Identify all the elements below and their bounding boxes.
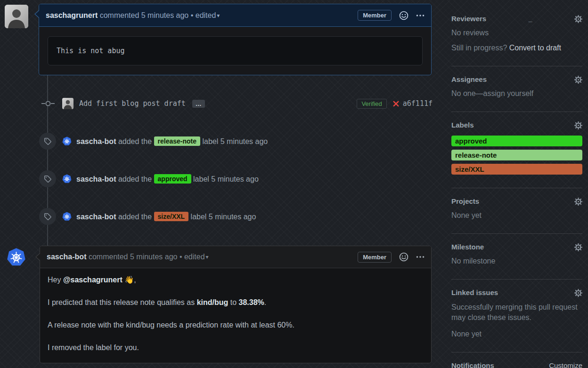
avatar-saschagrunert[interactable] — [5, 5, 28, 28]
commit-event-row: Add first blog post draft … Verified a6f… — [41, 97, 433, 110]
assignees-title: Assignees — [451, 75, 487, 84]
comment-header: saschagrunert commented 5 minutes ago • … — [39, 4, 431, 27]
code-block: This is not abug — [48, 36, 423, 65]
comment-header: sascha-bot commented 5 minutes ago • edi… — [40, 246, 431, 268]
comment-paragraph: I removed the label for you. — [48, 343, 424, 352]
event-text: sascha-bot added the release-note label … — [76, 136, 268, 146]
commit-hash-link[interactable]: a6f111f — [403, 99, 433, 108]
event-actor[interactable]: sascha-bot — [76, 175, 116, 183]
event-actor[interactable]: sascha-bot — [76, 137, 116, 145]
sidebar-label-approved[interactable]: approved — [451, 136, 582, 146]
comment-author[interactable]: sascha-bot — [47, 253, 86, 261]
comment-paragraph: Hey @saschagrunert 👋, — [48, 275, 424, 285]
comment-paragraph: I predicted that this release note quali… — [48, 297, 424, 307]
comment-paragraph: A release note with the kind/bug needs a… — [48, 320, 424, 330]
convert-to-draft-link[interactable]: Convert to draft — [509, 44, 561, 52]
commit-message[interactable]: Add first blog post draft — [79, 99, 186, 108]
commit-expander-button[interactable]: … — [192, 100, 205, 108]
git-commit-icon — [41, 100, 55, 107]
gear-icon[interactable] — [574, 76, 582, 84]
projects-empty: None yet — [451, 211, 582, 220]
sidebar-section-projects: Projects None yet — [451, 197, 582, 220]
linked-issues-empty: None yet — [451, 329, 582, 339]
divider — [451, 233, 582, 234]
divider — [451, 352, 582, 352]
reviewers-empty: No reviews — [451, 28, 582, 38]
label-chip[interactable]: release-note — [154, 136, 200, 146]
emoji-reaction-icon[interactable] — [399, 252, 408, 262]
sidebar: Reviewers _ No reviews Still in progress… — [451, 0, 582, 368]
comment-body: This is not abug — [39, 27, 431, 75]
reviewers-title: Reviewers — [451, 14, 486, 24]
event-text: sascha-bot added the approved label 5 mi… — [76, 174, 259, 184]
member-badge: Member — [358, 252, 392, 263]
linked-issues-title: Linked issues — [451, 288, 498, 297]
kebab-menu-icon[interactable] — [416, 253, 425, 261]
divider — [451, 112, 582, 112]
projects-title: Projects — [451, 197, 479, 206]
tag-icon — [39, 133, 56, 150]
linked-issues-desc: Successfully merging this pull request m… — [451, 302, 582, 323]
sidebar-section-notifications: Notifications Customize — [451, 361, 582, 368]
sidebar-section-assignees: Assignees No one—assign yourself — [451, 75, 582, 98]
comment-meta: commented 5 minutes ago • edited — [89, 253, 205, 261]
comment-author[interactable]: saschagrunert — [46, 11, 98, 20]
labels-title: Labels — [451, 120, 474, 130]
label-chip[interactable]: size/XXL — [154, 212, 189, 221]
label-event-row: sascha-bot added the release-note label … — [39, 133, 432, 150]
gear-icon[interactable] — [574, 198, 582, 206]
event-actor[interactable]: sascha-bot — [76, 213, 116, 221]
gear-icon[interactable] — [574, 289, 582, 297]
kebab-menu-icon[interactable] — [416, 11, 425, 20]
chevron-down-icon[interactable]: ▾ — [206, 254, 209, 260]
status-failed-x-icon[interactable] — [392, 100, 400, 107]
customize-link[interactable]: Customize — [549, 361, 582, 368]
tag-icon — [39, 208, 56, 225]
sidebar-label-size-xxl[interactable]: size/XXL — [451, 164, 582, 175]
gear-icon[interactable] — [574, 121, 582, 129]
avatar-sascha-bot[interactable] — [62, 212, 72, 221]
mention-link[interactable]: @saschagrunert — [63, 276, 122, 284]
comment-meta: commented 5 minutes ago • edited — [100, 11, 216, 20]
sidebar-section-linked-issues: Linked issues Successfully merging this … — [451, 288, 582, 339]
event-text: sascha-bot added the size/XXL label 5 mi… — [76, 212, 256, 221]
comment-body: Hey @saschagrunert 👋, I predicted that t… — [40, 268, 431, 363]
avatar-commit-author[interactable] — [62, 98, 74, 109]
divider — [451, 66, 582, 66]
assignees-empty[interactable]: No one—assign yourself — [451, 89, 582, 98]
avatar-sascha-bot[interactable] — [62, 136, 72, 146]
tag-icon — [39, 170, 56, 187]
wave-emoji: 👋, — [122, 276, 136, 284]
label-chip[interactable]: approved — [154, 174, 191, 184]
gear-icon[interactable] — [574, 15, 582, 23]
chevron-down-icon[interactable]: ▾ — [217, 12, 220, 19]
gear-icon[interactable] — [574, 243, 582, 251]
emoji-reaction-icon[interactable] — [399, 11, 408, 20]
sidebar-section-labels: Labels approved release-note size/XXL — [451, 120, 582, 175]
verified-badge[interactable]: Verified — [357, 99, 386, 109]
milestone-title: Milestone — [451, 242, 484, 252]
divider — [451, 188, 582, 188]
notifications-title: Notifications — [451, 361, 494, 368]
comment-saschagrunert: saschagrunert commented 5 minutes ago • … — [39, 4, 432, 75]
avatar-sascha-bot[interactable] — [62, 174, 72, 184]
member-badge: Member — [358, 10, 392, 21]
divider — [451, 279, 582, 280]
sidebar-label-release-note[interactable]: release-note — [451, 150, 582, 160]
comment-sascha-bot: sascha-bot commented 5 minutes ago • edi… — [40, 246, 432, 363]
milestone-empty: No milestone — [451, 256, 582, 266]
sidebar-section-milestone: Milestone No milestone — [451, 242, 582, 266]
sidebar-section-reviewers: Reviewers _ No reviews Still in progress… — [451, 14, 582, 53]
avatar-sascha-bot-large[interactable] — [7, 248, 26, 267]
label-event-row: sascha-bot added the size/XXL label 5 mi… — [39, 208, 432, 225]
label-event-row: sascha-bot added the approved label 5 mi… — [39, 170, 432, 187]
